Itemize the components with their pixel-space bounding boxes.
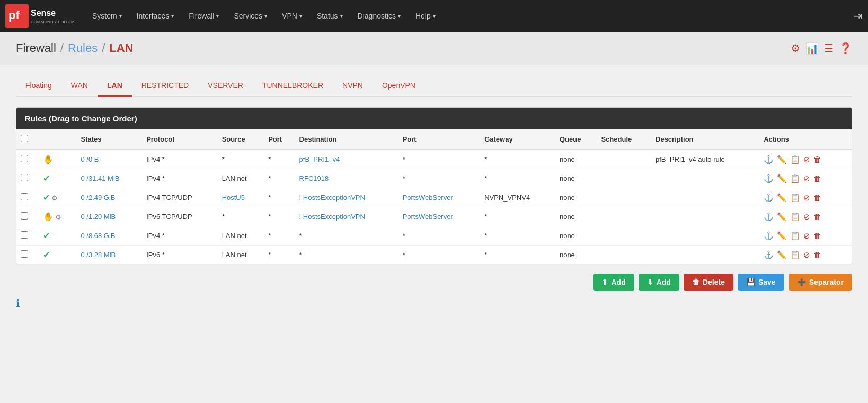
- tab-lan[interactable]: LAN: [98, 76, 132, 97]
- row-states[interactable]: 0 /1.20 MiB: [76, 207, 142, 226]
- anchor-icon[interactable]: ⚓: [764, 155, 774, 164]
- info-icon[interactable]: ℹ: [16, 297, 20, 309]
- nav-system[interactable]: System▾: [85, 0, 129, 32]
- row-queue: none: [555, 246, 597, 265]
- enabled-icon: ✔: [43, 174, 50, 183]
- col-source-port: Port: [264, 129, 295, 150]
- nav-interfaces[interactable]: Interfaces▾: [129, 0, 181, 32]
- tab-restricted[interactable]: RESTRICTED: [132, 76, 198, 97]
- anchor-icon[interactable]: ⚓: [764, 212, 774, 222]
- delete-button[interactable]: 🗑 Delete: [684, 274, 733, 291]
- row-protocol: IPv6 TCP/UDP: [142, 207, 217, 226]
- tab-openvpn[interactable]: OpenVPN: [373, 76, 425, 97]
- table-row: ✋ ⚙0 /1.20 MiBIPv6 TCP/UDP**! HostsExcep…: [16, 207, 852, 226]
- edit-icon[interactable]: ✏️: [777, 155, 787, 164]
- row-protocol: IPv4 *: [142, 150, 217, 169]
- row-states[interactable]: 0 /8.68 GiB: [76, 226, 142, 246]
- row-destination[interactable]: ! HostsExceptionVPN: [295, 207, 398, 226]
- row-queue: none: [555, 150, 597, 169]
- row-destination[interactable]: RFC1918: [295, 169, 398, 188]
- row-source[interactable]: HostU5: [218, 188, 264, 207]
- copy-icon[interactable]: 📋: [790, 231, 800, 241]
- row-states[interactable]: 0 /3.28 MiB: [76, 246, 142, 265]
- edit-icon[interactable]: ✏️: [777, 212, 787, 222]
- save-icon: 💾: [746, 278, 755, 286]
- disable-icon[interactable]: ⊘: [803, 231, 810, 241]
- delete-row-icon[interactable]: 🗑: [813, 193, 821, 202]
- add-top-button[interactable]: ⬆ Add: [593, 274, 634, 291]
- tab-vserver[interactable]: VSERVER: [198, 76, 253, 97]
- edit-icon[interactable]: ✏️: [777, 231, 787, 241]
- row-checkbox[interactable]: [21, 250, 28, 258]
- anchor-icon[interactable]: ⚓: [764, 250, 774, 260]
- row-actions: ⚓ ✏️ 📋 ⊘ 🗑: [759, 207, 852, 226]
- separator-button[interactable]: ➕ Separator: [789, 274, 852, 291]
- disable-icon[interactable]: ⊘: [803, 250, 810, 260]
- row-checkbox[interactable]: [21, 231, 28, 239]
- edit-icon[interactable]: ✏️: [777, 250, 787, 260]
- nav-status[interactable]: Status▾: [309, 0, 350, 32]
- row-protocol: IPv4 TCP/UDP: [142, 188, 217, 207]
- add-bottom-button[interactable]: ⬇ Add: [639, 274, 679, 291]
- row-dest-port[interactable]: PortsWebServer: [398, 188, 481, 207]
- logout-icon[interactable]: ⇥: [854, 10, 863, 22]
- tab-nvpn[interactable]: NVPN: [333, 76, 373, 97]
- tab-wan[interactable]: WAN: [61, 76, 98, 97]
- row-actions: ⚓ ✏️ 📋 ⊘ 🗑: [759, 226, 852, 246]
- row-checkbox[interactable]: [21, 212, 28, 220]
- select-all-checkbox[interactable]: [21, 135, 28, 142]
- row-states[interactable]: 0 /31.41 MiB: [76, 169, 142, 188]
- nav-diagnostics[interactable]: Diagnostics▾: [350, 0, 408, 32]
- anchor-icon[interactable]: ⚓: [764, 231, 774, 241]
- edit-icon[interactable]: ✏️: [777, 193, 787, 203]
- list-icon[interactable]: ☰: [824, 42, 834, 55]
- delete-row-icon[interactable]: 🗑: [813, 212, 821, 221]
- col-destination: Destination: [295, 129, 398, 150]
- nav-services[interactable]: Services▾: [226, 0, 274, 32]
- nav-firewall[interactable]: Firewall▾: [181, 0, 226, 32]
- row-destination[interactable]: pfB_PRI1_v4: [295, 150, 398, 169]
- col-dest-port: Port: [398, 129, 481, 150]
- row-protocol: IPv4 *: [142, 226, 217, 246]
- delete-row-icon[interactable]: 🗑: [813, 174, 821, 183]
- rules-table-title: Rules (Drag to Change Order): [16, 108, 852, 129]
- nav-help[interactable]: Help▾: [408, 0, 443, 32]
- header-actions: ⚙ 📊 ☰ ❓: [791, 42, 852, 55]
- rules-table-wrapper: Rules (Drag to Change Order) States Prot…: [16, 107, 852, 265]
- nav-vpn[interactable]: VPN▾: [274, 0, 309, 32]
- delete-row-icon[interactable]: 🗑: [813, 231, 821, 240]
- row-description: [651, 226, 759, 246]
- row-checkbox[interactable]: [21, 193, 28, 200]
- row-dest-port: *: [398, 246, 481, 265]
- row-checkbox[interactable]: [21, 155, 28, 162]
- row-protocol: IPv6 *: [142, 246, 217, 265]
- row-status: ✔: [39, 246, 77, 265]
- copy-icon[interactable]: 📋: [790, 174, 800, 183]
- tab-floating[interactable]: Floating: [16, 76, 61, 97]
- edit-icon[interactable]: ✏️: [777, 174, 787, 183]
- row-source-port: *: [264, 188, 295, 207]
- breadcrumb-rules[interactable]: Rules: [68, 41, 98, 55]
- copy-icon[interactable]: 📋: [790, 193, 800, 203]
- disable-icon[interactable]: ⊘: [803, 212, 810, 222]
- help-icon[interactable]: ❓: [839, 42, 852, 55]
- disable-icon[interactable]: ⊘: [803, 174, 810, 183]
- copy-icon[interactable]: 📋: [790, 250, 800, 260]
- copy-icon[interactable]: 📋: [790, 155, 800, 164]
- anchor-icon[interactable]: ⚓: [764, 193, 774, 203]
- chart-icon[interactable]: 📊: [805, 42, 819, 55]
- delete-row-icon[interactable]: 🗑: [813, 250, 821, 259]
- row-destination[interactable]: ! HostsExceptionVPN: [295, 188, 398, 207]
- save-button[interactable]: 💾 Save: [738, 274, 784, 291]
- copy-icon[interactable]: 📋: [790, 212, 800, 222]
- filter-icon[interactable]: ⚙: [791, 42, 800, 55]
- row-dest-port[interactable]: PortsWebServer: [398, 207, 481, 226]
- delete-row-icon[interactable]: 🗑: [813, 155, 821, 164]
- tab-tunnelbroker[interactable]: TUNNELBROKER: [253, 76, 333, 97]
- row-states[interactable]: 0 /0 B: [76, 150, 142, 169]
- disable-icon[interactable]: ⊘: [803, 155, 810, 164]
- row-checkbox[interactable]: [21, 174, 28, 181]
- row-states[interactable]: 0 /2.49 GiB: [76, 188, 142, 207]
- disable-icon[interactable]: ⊘: [803, 193, 810, 203]
- anchor-icon[interactable]: ⚓: [764, 174, 774, 183]
